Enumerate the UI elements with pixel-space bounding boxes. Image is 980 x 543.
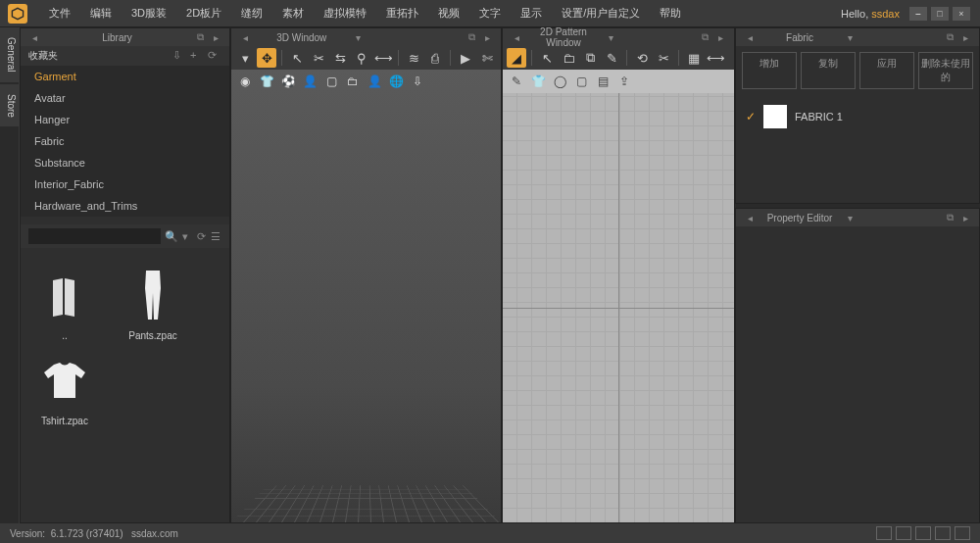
- select-tool-icon[interactable]: ↖: [287, 48, 307, 68]
- chevron-left-icon[interactable]: ◂: [28, 31, 40, 43]
- caret-down-icon[interactable]: ▾: [235, 48, 255, 68]
- menu-0[interactable]: 文件: [39, 3, 80, 23]
- fabric-btn-2[interactable]: 应用: [859, 52, 914, 89]
- import-icon[interactable]: ⇩: [172, 49, 186, 63]
- menu-1[interactable]: 编辑: [80, 3, 122, 23]
- chevron-left-icon[interactable]: ◂: [744, 31, 756, 43]
- fabric-item[interactable]: ✓ FABRIC 1: [746, 105, 969, 128]
- 2d-viewport[interactable]: [503, 93, 734, 522]
- side-tab-store[interactable]: Store: [0, 84, 19, 127]
- chevron-right-icon[interactable]: ▸: [959, 31, 971, 43]
- chevron-right-icon[interactable]: ▸: [714, 31, 726, 43]
- layout1-icon[interactable]: [876, 526, 892, 540]
- measure-icon[interactable]: ⟷: [373, 48, 393, 68]
- chevron-left-icon[interactable]: ◂: [744, 212, 756, 223]
- popout-icon[interactable]: ⧉: [944, 31, 956, 43]
- layer-icon[interactable]: ▤: [593, 72, 612, 91]
- refresh-icon[interactable]: ⟳: [197, 230, 208, 243]
- chevron-down-icon[interactable]: ▾: [844, 31, 856, 43]
- lib-item-interior_fabric[interactable]: Interior_Fabric: [21, 173, 229, 195]
- avatar2-icon[interactable]: 👤: [365, 72, 384, 91]
- menu-4[interactable]: 缝纫: [231, 3, 272, 23]
- export-icon[interactable]: ⇪: [614, 72, 634, 91]
- link-icon[interactable]: ⟲: [632, 48, 652, 68]
- lib-item-hardware_and_trims[interactable]: Hardware_and_Trims: [21, 195, 229, 217]
- thumb-pants[interactable]: Pants.zpac: [119, 266, 187, 341]
- copy-icon[interactable]: ⧉: [580, 48, 600, 68]
- thumb-folder[interactable]: ..: [30, 266, 99, 341]
- menu-6[interactable]: 虚拟模特: [314, 3, 376, 23]
- menu-12[interactable]: 帮助: [650, 3, 691, 23]
- simulate-icon[interactable]: ◉: [235, 72, 255, 91]
- garment-icon[interactable]: 👕: [528, 72, 548, 91]
- fabric-btn-1[interactable]: 复制: [801, 52, 856, 89]
- dropdown-icon[interactable]: ▾: [182, 230, 193, 243]
- lib-item-hanger[interactable]: Hanger: [21, 109, 229, 130]
- grid-icon[interactable]: ▦: [684, 48, 704, 68]
- close-button[interactable]: ×: [953, 7, 970, 21]
- menu-8[interactable]: 视频: [428, 3, 469, 23]
- chevron-down-icon[interactable]: ▾: [605, 31, 616, 43]
- sewing-icon[interactable]: ✄: [477, 48, 497, 68]
- fabric-btn-0[interactable]: 增加: [742, 52, 797, 89]
- chevron-left-icon[interactable]: ◂: [239, 31, 251, 43]
- camera-icon[interactable]: ⎙: [425, 48, 445, 68]
- avatar-icon[interactable]: 👤: [300, 72, 319, 91]
- refresh-icon[interactable]: ⟳: [208, 49, 221, 63]
- brush-icon[interactable]: ✎: [507, 72, 526, 91]
- box-icon[interactable]: ▢: [321, 72, 341, 91]
- arrange-icon[interactable]: ⇆: [330, 48, 350, 68]
- scissors-icon[interactable]: ✂: [309, 48, 328, 68]
- minimize-button[interactable]: ‒: [909, 7, 927, 21]
- wind-icon[interactable]: ≋: [404, 48, 423, 68]
- menu-2[interactable]: 3D服装: [122, 3, 176, 23]
- circle-icon[interactable]: ◯: [550, 72, 569, 91]
- garment-icon[interactable]: 👕: [257, 72, 276, 91]
- 3d-viewport[interactable]: ◉ 👕 ⚽ 👤 ▢ 🗀 👤 🌐 ⇩: [231, 70, 501, 522]
- menu-7[interactable]: 重拓扑: [376, 3, 428, 23]
- menu-9[interactable]: 文字: [469, 3, 511, 23]
- layout3-icon[interactable]: [915, 526, 931, 540]
- chevron-down-icon[interactable]: ▾: [844, 212, 856, 223]
- add-icon[interactable]: +: [190, 49, 204, 63]
- pin-icon[interactable]: ⚲: [352, 48, 371, 68]
- folder-icon[interactable]: 🗀: [559, 48, 578, 68]
- menu-3[interactable]: 2D板片: [176, 3, 231, 23]
- layout4-icon[interactable]: [935, 526, 951, 540]
- search-input[interactable]: [28, 228, 161, 244]
- menu-11[interactable]: 设置/用户自定义: [552, 3, 650, 23]
- chevron-left-icon[interactable]: ◂: [511, 31, 522, 43]
- stamp-icon[interactable]: ▢: [571, 72, 591, 91]
- text-icon[interactable]: ⟷: [706, 48, 725, 68]
- thumb-tshirt[interactable]: Tshirt.zpac: [30, 351, 99, 426]
- maximize-button[interactable]: □: [931, 7, 949, 21]
- layout2-icon[interactable]: [896, 526, 911, 540]
- edit-icon[interactable]: ✎: [602, 48, 621, 68]
- chevron-down-icon[interactable]: ▾: [353, 31, 365, 43]
- select-tool-icon[interactable]: ↖: [537, 48, 557, 68]
- side-tab-general[interactable]: General: [0, 27, 19, 82]
- chevron-right-icon[interactable]: ▸: [481, 31, 493, 43]
- popout-icon[interactable]: ⧉: [699, 31, 710, 43]
- popout-icon[interactable]: ⧉: [944, 212, 956, 223]
- list-view-icon[interactable]: ☰: [211, 230, 221, 243]
- lib-item-fabric[interactable]: Fabric: [21, 130, 229, 152]
- animation-icon[interactable]: ▶: [456, 48, 475, 68]
- lib-item-substance[interactable]: Substance: [21, 152, 229, 173]
- chevron-right-icon[interactable]: ▸: [210, 31, 221, 43]
- fabric-btn-3[interactable]: 删除未使用的: [918, 52, 973, 89]
- search-icon[interactable]: 🔍: [165, 230, 178, 243]
- folder-icon[interactable]: 🗀: [343, 72, 363, 91]
- move-tool-icon[interactable]: ✥: [257, 48, 276, 68]
- download-icon[interactable]: ⇩: [408, 72, 427, 91]
- triangle-tool-icon[interactable]: ◢: [507, 48, 526, 68]
- layout5-icon[interactable]: [955, 526, 970, 540]
- chevron-right-icon[interactable]: ▸: [959, 212, 971, 223]
- web-icon[interactable]: 🌐: [386, 72, 406, 91]
- menu-10[interactable]: 显示: [511, 3, 552, 23]
- popout-icon[interactable]: ⧉: [194, 31, 206, 43]
- lib-item-garment[interactable]: Garment: [21, 66, 229, 87]
- soccer-icon[interactable]: ⚽: [278, 72, 298, 91]
- sew-icon[interactable]: ✂: [654, 48, 673, 68]
- popout-icon[interactable]: ⧉: [466, 31, 477, 43]
